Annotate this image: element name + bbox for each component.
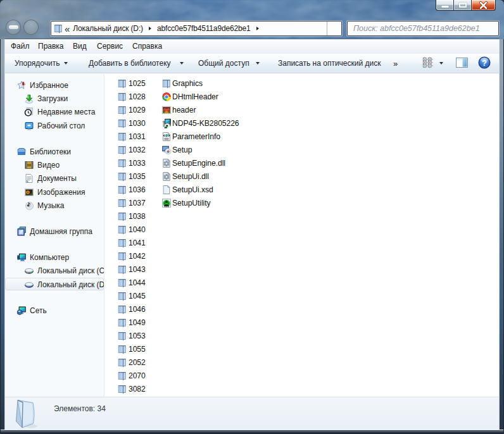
svg-text:?: ? (482, 58, 487, 68)
